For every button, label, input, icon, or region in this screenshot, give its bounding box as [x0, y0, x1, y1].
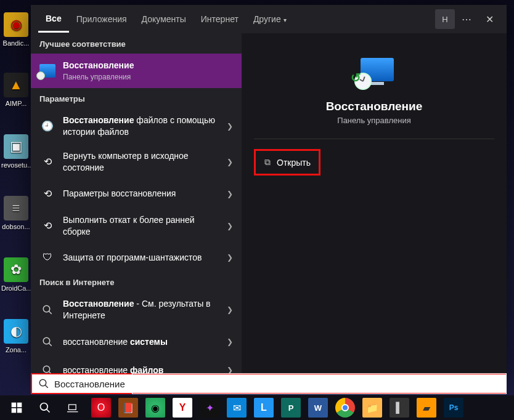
- svg-rect-11: [17, 403, 22, 408]
- reset-icon: ⟲: [39, 186, 55, 202]
- open-icon: ⧉: [264, 157, 271, 168]
- tab-apps[interactable]: Приложения: [69, 7, 134, 31]
- preview-title: Восстановление: [326, 100, 423, 113]
- search-icon: [39, 302, 55, 318]
- search-taskbar-button[interactable]: [31, 395, 59, 420]
- start-button[interactable]: [2, 395, 31, 420]
- taskbar-app-shortcut[interactable]: ✦: [200, 398, 219, 418]
- shield-icon: 🛡: [39, 249, 55, 265]
- preview-subtitle: Панель управления: [337, 116, 410, 125]
- tab-all[interactable]: Все: [38, 6, 69, 33]
- search-header: Все Приложения Документы Интернет Другие…: [31, 5, 507, 33]
- taskbar-app-mail[interactable]: ✉: [227, 398, 247, 418]
- search-flyout: Все Приложения Документы Интернет Другие…: [31, 5, 507, 374]
- desktop-icon-droidcam[interactable]: ✿DroidCa...: [1, 257, 31, 292]
- chevron-right-icon: ❯: [227, 190, 233, 198]
- section-parameters: Параметры: [31, 88, 242, 108]
- taskbar-app-l[interactable]: L: [254, 398, 274, 418]
- tab-internet[interactable]: Интернет: [194, 7, 246, 31]
- reset-icon: ⟲: [39, 154, 55, 170]
- reset-icon: ⟲: [39, 218, 55, 234]
- taskbar-app-opera[interactable]: O: [91, 398, 111, 418]
- chevron-right-icon: ❯: [227, 305, 233, 314]
- tab-more[interactable]: Другие▾: [246, 7, 294, 31]
- chevron-down-icon: ▾: [284, 17, 287, 23]
- recovery-icon: [39, 63, 55, 79]
- result-web-system[interactable]: восстановление системы ❯: [31, 328, 242, 356]
- task-view-button[interactable]: [59, 395, 88, 420]
- svg-line-9: [45, 385, 48, 388]
- recovery-large-icon: ↺: [354, 58, 394, 90]
- search-icon: [38, 378, 49, 389]
- chevron-right-icon: ❯: [227, 337, 233, 346]
- result-web-general[interactable]: Восстановление - См. результаты в Интерн…: [31, 292, 242, 328]
- taskbar-app-photoshop[interactable]: Ps: [444, 398, 463, 418]
- result-recovery-options[interactable]: ⟲ Параметры восстановления ❯: [31, 180, 242, 208]
- taskbar-app-word[interactable]: W: [308, 398, 328, 418]
- chevron-right-icon: ❯: [227, 222, 233, 230]
- svg-point-4: [43, 366, 50, 373]
- svg-point-14: [41, 403, 48, 411]
- svg-line-1: [49, 312, 52, 315]
- desktop-icon-bandicam[interactable]: ◉Bandic...: [1, 12, 31, 47]
- result-history-files[interactable]: 🕘 Восстановление файлов с помощью истори…: [31, 108, 242, 144]
- section-web-search: Поиск в Интернете: [31, 272, 242, 292]
- svg-rect-16: [69, 405, 76, 410]
- svg-point-0: [43, 306, 50, 313]
- taskbar-app-globe[interactable]: ◉: [145, 398, 165, 418]
- preview-pane: ↺ Восстановление Панель управления ⧉ Отк…: [242, 33, 507, 374]
- svg-point-2: [43, 337, 50, 344]
- taskbar-app-publisher[interactable]: P: [281, 398, 301, 418]
- chevron-right-icon: ❯: [227, 122, 233, 131]
- taskbar-app-book[interactable]: 📕: [118, 398, 138, 418]
- taskbar: O 📕 ◉ Y ✦ ✉ L P W 📁 ▌ ▰ Ps: [0, 395, 514, 420]
- search-input[interactable]: Восстановление: [31, 373, 507, 394]
- chevron-right-icon: ❯: [227, 253, 233, 262]
- section-best-match: Лучшее соответствие: [31, 33, 242, 54]
- svg-rect-12: [12, 408, 17, 413]
- tab-documents[interactable]: Документы: [134, 7, 194, 31]
- taskbar-app-cmd[interactable]: ▌: [390, 398, 409, 418]
- taskbar-app-sublime[interactable]: ▰: [417, 398, 436, 418]
- svg-rect-13: [17, 408, 22, 413]
- desktop-icon-aimp[interactable]: ▲AIMP...: [1, 73, 31, 107]
- result-reset-pc[interactable]: ⟲ Вернуть компьютер в исходное состояние…: [31, 144, 242, 180]
- user-avatar[interactable]: Н: [435, 9, 455, 29]
- taskbar-app-chrome[interactable]: [335, 398, 355, 418]
- svg-rect-10: [12, 403, 17, 408]
- svg-line-3: [49, 343, 52, 346]
- result-ransomware[interactable]: 🛡 Защита от программ-шантажистов ❯: [31, 243, 242, 272]
- result-best-match[interactable]: Восстановление Панель управления: [31, 54, 242, 88]
- taskbar-app-yandex[interactable]: Y: [173, 398, 192, 418]
- desktop-icon-dobson[interactable]: ≡dobson...: [1, 196, 31, 230]
- svg-line-15: [47, 410, 50, 413]
- results-pane: Лучшее соответствие Восстановление Панел…: [31, 33, 242, 374]
- desktop-icon-zona[interactable]: ◐Zona...: [1, 319, 31, 353]
- result-web-files[interactable]: восстановление файлов ❯: [31, 356, 242, 374]
- more-options-button[interactable]: ⋯: [457, 9, 477, 29]
- history-icon: 🕘: [39, 118, 55, 134]
- chevron-right-icon: ❯: [227, 158, 233, 166]
- taskbar-app-explorer[interactable]: 📁: [362, 398, 382, 418]
- svg-point-8: [39, 379, 46, 386]
- open-button[interactable]: ⧉ Открыть: [254, 149, 320, 176]
- result-rollback[interactable]: ⟲ Выполнить откат к более ранней сборке …: [31, 208, 242, 244]
- search-icon: [39, 334, 55, 350]
- desktop-icon-revo[interactable]: ▣revosetu...: [1, 134, 31, 169]
- search-query-text: Восстановление: [54, 379, 125, 389]
- close-button[interactable]: ✕: [479, 9, 499, 29]
